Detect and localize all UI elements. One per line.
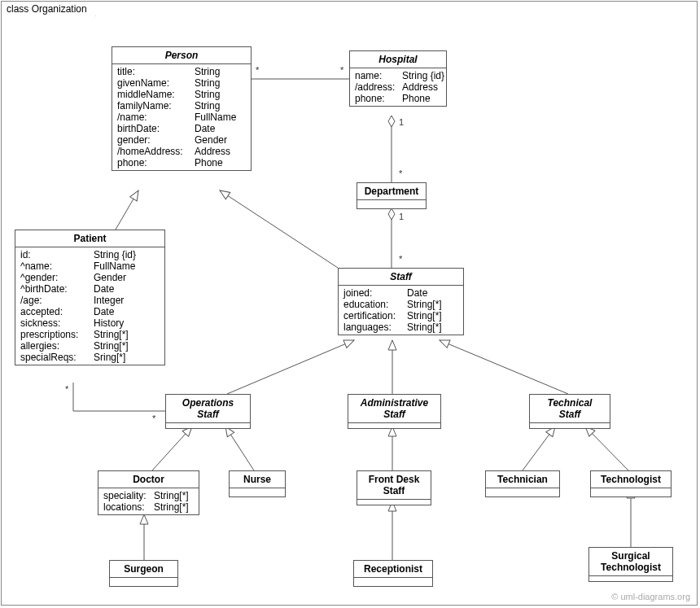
attr-name: locations: (103, 501, 154, 513)
attr-type: Date (195, 123, 215, 134)
attr-type: String (195, 89, 220, 100)
attr-type: History (94, 317, 124, 329)
class-operations-staff: Operations Staff (165, 394, 251, 429)
svg-line-4 (220, 190, 338, 268)
class-staff: Staff joined:Dateeducation:String[*]cert… (338, 268, 464, 335)
mult-patient-ops-left: * (65, 384, 68, 394)
class-department-title: Department (357, 183, 426, 200)
attr-name: phone: (117, 157, 195, 168)
attr-name: id: (20, 249, 94, 260)
class-admin-staff: Administrative Staff (348, 394, 441, 429)
class-receptionist: Receptionist (353, 560, 433, 587)
class-patient: Patient id:String {id}^name:FullName^gen… (15, 230, 165, 365)
attr-name: specialReqs: (20, 352, 94, 363)
class-surg-tech-title: Surgical Technologist (589, 548, 672, 575)
attr-type: String {id} (94, 249, 136, 260)
class-front-desk-title: Front Desk Staff (357, 471, 431, 499)
svg-line-9 (225, 426, 254, 470)
class-person-attrs: title:StringgivenName:StringmiddleName:S… (112, 64, 251, 170)
mult-dept-staff-1: 1 (399, 212, 404, 221)
class-hospital: Hospital name:String {id}/address:Addres… (349, 50, 447, 107)
attr-type: String {id} (402, 70, 444, 81)
attr-name: name: (355, 70, 402, 81)
svg-line-5 (227, 340, 354, 394)
class-technician-title: Technician (486, 471, 559, 488)
mult-person-hosp-left: * (256, 65, 259, 75)
class-ops-title: Operations Staff (166, 395, 250, 422)
class-surgeon: Surgeon (109, 560, 178, 587)
class-nurse: Nurse (229, 470, 286, 497)
diagram-frame: class Organization (1, 1, 698, 606)
attr-type: Date (407, 287, 427, 299)
attr-name: /homeAddress: (117, 146, 195, 157)
svg-line-7 (440, 340, 568, 394)
attr-name: prescriptions: (20, 329, 94, 340)
attr-type: Phone (195, 157, 223, 168)
class-surgeon-title: Surgeon (110, 561, 177, 578)
attr-type: Gender (94, 272, 126, 283)
frame-title: class Organization (7, 3, 87, 15)
class-staff-attrs: joined:Dateeducation:String[*]certificat… (339, 286, 463, 335)
attr-type: Date (94, 283, 114, 295)
attr-name: gender: (117, 134, 195, 146)
attr-name: middleName: (117, 89, 195, 100)
attr-name: joined: (343, 287, 407, 299)
attr-type: Sring[*] (94, 352, 125, 363)
svg-line-8 (152, 426, 192, 470)
attr-name: /age: (20, 295, 94, 306)
attr-type: String[*] (94, 340, 129, 352)
attr-name: familyName: (117, 100, 195, 112)
class-technician: Technician (485, 470, 560, 497)
attr-type: String (195, 66, 220, 77)
svg-line-12 (585, 426, 628, 470)
class-hospital-attrs: name:String {id}/address:Addressphone:Ph… (350, 68, 446, 106)
attr-name: languages: (343, 321, 407, 333)
attr-name: ^name: (20, 260, 94, 272)
class-person-title: Person (112, 47, 251, 64)
attr-type: String[*] (154, 490, 189, 501)
watermark: © uml-diagrams.org (611, 592, 690, 601)
class-tech-staff: Technical Staff (529, 394, 610, 429)
attr-name: /address: (355, 81, 402, 93)
attr-name: accepted: (20, 306, 94, 317)
frame-title-tab: class Organization (1, 1, 96, 16)
attr-type: Address (195, 146, 230, 157)
class-patient-attrs: id:String {id}^name:FullName^gender:Gend… (15, 247, 164, 365)
attr-type: Address (402, 81, 438, 93)
class-admin-title: Administrative Staff (348, 395, 440, 422)
attr-type: String[*] (407, 310, 442, 321)
attr-name: birthDate: (117, 123, 195, 134)
attr-type: String[*] (407, 321, 442, 333)
attr-name: ^gender: (20, 272, 94, 283)
attr-name: speciality: (103, 490, 154, 501)
mult-person-hosp-right: * (340, 65, 343, 75)
class-receptionist-title: Receptionist (354, 561, 432, 578)
attr-name: ^birthDate: (20, 283, 94, 295)
class-hospital-title: Hospital (350, 51, 446, 68)
class-staff-title: Staff (339, 269, 463, 286)
attr-name: givenName: (117, 77, 195, 89)
attr-type: FullName (195, 112, 236, 123)
attr-type: String[*] (154, 501, 189, 513)
class-doctor-attrs: speciality:String[*]locations:String[*] (98, 488, 199, 514)
attr-type: String[*] (407, 299, 442, 310)
class-surgical-technologist: Surgical Technologist (588, 547, 673, 582)
attr-type: String[*] (94, 329, 129, 340)
attr-type: String (195, 77, 220, 89)
attr-name: phone: (355, 93, 402, 104)
attr-name: /name: (117, 112, 195, 123)
class-doctor: Doctor speciality:String[*]locations:Str… (98, 470, 199, 515)
attr-name: certification: (343, 310, 407, 321)
attr-name: education: (343, 299, 407, 310)
class-tech-title: Technical Staff (530, 395, 610, 422)
class-doctor-title: Doctor (98, 471, 199, 488)
attr-type: Gender (195, 134, 227, 146)
attr-type: String (195, 100, 220, 112)
class-technologist-title: Technologist (591, 471, 671, 488)
svg-line-3 (116, 190, 138, 230)
class-technologist: Technologist (590, 470, 672, 497)
class-front-desk: Front Desk Staff (357, 470, 431, 505)
attr-name: sickness: (20, 317, 94, 329)
svg-line-11 (523, 426, 555, 470)
attr-type: Date (94, 306, 114, 317)
